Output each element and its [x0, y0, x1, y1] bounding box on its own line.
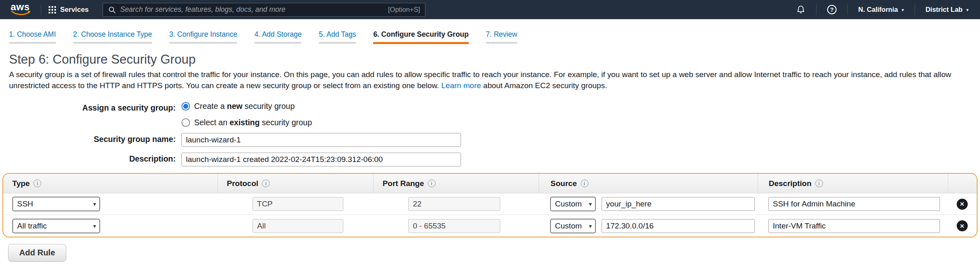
security-group-name-label: Security group name:: [0, 133, 176, 144]
rule-source-mode-select[interactable]: Custom: [550, 219, 596, 233]
rule-type-select[interactable]: All traffic: [12, 219, 100, 233]
notifications-button[interactable]: [793, 5, 809, 14]
services-label: Services: [60, 6, 89, 14]
wizard-step-add-storage[interactable]: 4. Add Storage: [254, 30, 302, 44]
column-header-delete: [948, 174, 977, 193]
search-icon: [108, 6, 116, 14]
rule-port-range-field: [408, 197, 500, 211]
region-selector[interactable]: N. California: [855, 6, 907, 13]
search-shortcut-hint: [Option+S]: [388, 6, 420, 13]
wizard-step-choose-ami[interactable]: 1. Choose AMI: [9, 30, 56, 44]
grid-icon: [49, 6, 56, 13]
radio-create-new-security-group[interactable]: Create a new security group: [181, 102, 312, 111]
radio-create-new-label: Create a new security group: [194, 102, 295, 111]
info-icon[interactable]: [34, 180, 41, 187]
column-header-description: Description: [758, 174, 947, 193]
global-search-box[interactable]: [Option+S]: [103, 3, 425, 17]
topbar-divider: [847, 4, 848, 15]
topbar-divider: [41, 4, 41, 15]
wizard-step-review[interactable]: 7. Review: [486, 30, 517, 44]
aws-logo[interactable]: aws: [11, 2, 34, 18]
topbar-right-cluster: N. California District Lab: [793, 4, 972, 15]
rule-row-ssh: SSH Custom: [3, 193, 977, 215]
radio-select-existing-security-group[interactable]: Select an existing security group: [181, 118, 312, 127]
account-menu[interactable]: District Lab: [922, 6, 972, 13]
radio-unselected-icon: [181, 118, 190, 127]
wizard-step-choose-instance-type[interactable]: 2. Choose Instance Type: [73, 30, 152, 44]
question-circle-icon: [827, 5, 837, 14]
security-group-description-input[interactable]: [181, 153, 461, 166]
rule-source-mode-select[interactable]: Custom: [550, 197, 596, 211]
services-menu-button[interactable]: Services: [49, 6, 89, 14]
security-rules-table: Type Protocol Port Range Source Descript…: [2, 173, 978, 237]
page-description: A security group is a set of firewall ru…: [9, 69, 971, 91]
region-label: N. California: [858, 6, 898, 13]
topbar-divider: [816, 4, 817, 15]
page-description-suffix: about Amazon EC2 security groups.: [483, 81, 607, 90]
security-group-name-input[interactable]: [181, 133, 461, 147]
account-label: District Lab: [926, 6, 963, 13]
page-title: Step 6: Configure Security Group: [9, 52, 980, 67]
chevron-down-icon: [589, 201, 592, 207]
rule-port-range-field: [408, 219, 500, 233]
add-rule-button[interactable]: Add Rule: [8, 244, 66, 262]
wizard-step-configure-security-group[interactable]: 6. Configure Security Group: [373, 30, 468, 44]
rule-type-select[interactable]: SSH: [12, 197, 100, 211]
radio-select-existing-label: Select an existing security group: [194, 118, 312, 127]
info-icon[interactable]: [428, 180, 436, 187]
rule-description-input[interactable]: [768, 197, 940, 211]
chevron-down-icon: [902, 7, 904, 13]
aws-smile-icon: [11, 10, 31, 16]
info-icon[interactable]: [815, 180, 823, 187]
security-group-form: Assign a security group: Create a new se…: [0, 102, 980, 166]
column-header-port-range: Port Range: [373, 174, 539, 193]
delete-rule-button[interactable]: [957, 199, 968, 210]
column-header-type: Type: [3, 174, 217, 193]
wizard-steps-nav: 1. Choose AMI 2. Choose Instance Type 3.…: [0, 19, 980, 44]
rule-protocol-field: [253, 197, 343, 211]
topbar-divider: [915, 4, 915, 15]
rule-row-all-traffic: All traffic Custom: [3, 215, 977, 237]
column-header-protocol: Protocol: [217, 174, 373, 193]
top-navigation-bar: aws Services [Option+S]: [0, 0, 980, 19]
assign-security-group-label: Assign a security group:: [0, 102, 176, 113]
wizard-step-configure-instance[interactable]: 3. Configure Instance: [169, 30, 237, 44]
chevron-down-icon: [966, 7, 969, 13]
chevron-down-icon: [589, 223, 592, 229]
rule-source-input[interactable]: [602, 197, 755, 211]
info-icon[interactable]: [262, 180, 270, 187]
delete-rule-button[interactable]: [957, 220, 968, 231]
help-button[interactable]: [824, 5, 840, 14]
search-input[interactable]: [120, 5, 384, 14]
rule-description-input[interactable]: [768, 219, 940, 233]
bell-icon: [796, 5, 805, 14]
chevron-down-icon: [93, 201, 96, 207]
rules-table-header: Type Protocol Port Range Source Descript…: [3, 174, 977, 193]
info-icon[interactable]: [581, 180, 588, 187]
chevron-down-icon: [93, 223, 96, 229]
radio-selected-icon: [181, 102, 190, 111]
learn-more-link[interactable]: Learn more: [441, 81, 481, 90]
rule-source-input[interactable]: [602, 219, 755, 233]
column-header-source: Source: [539, 174, 758, 193]
wizard-step-add-tags[interactable]: 5. Add Tags: [319, 30, 356, 44]
rule-protocol-field: [253, 219, 343, 233]
description-label: Description:: [0, 153, 176, 164]
